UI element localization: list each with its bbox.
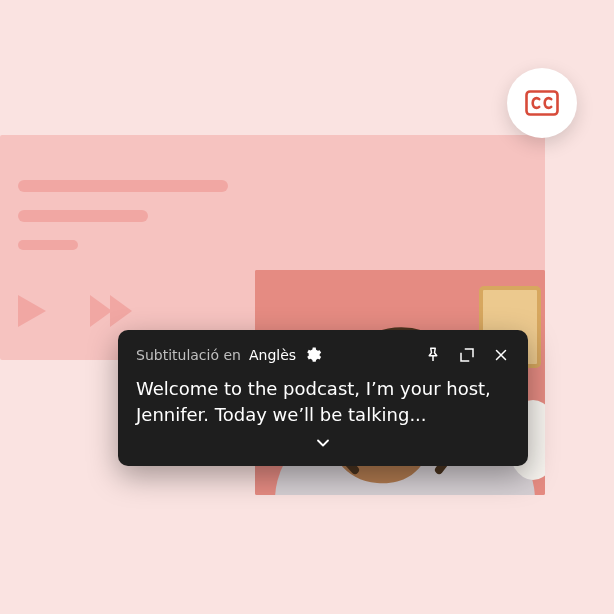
caption-settings-button[interactable] <box>304 346 322 364</box>
caption-close-button[interactable] <box>492 346 510 364</box>
closed-captions-badge[interactable] <box>507 68 577 138</box>
caption-text: Welcome to the podcast, I’m your host, J… <box>136 376 510 428</box>
cc-icon <box>525 90 559 116</box>
chevron-down-icon <box>313 434 333 452</box>
gear-icon <box>304 346 322 364</box>
caption-popout-button[interactable] <box>458 346 476 364</box>
caption-language: Anglès <box>249 347 296 363</box>
caption-pin-button[interactable] <box>424 346 442 364</box>
skeleton-line <box>18 210 148 222</box>
caption-header: Subtitulació en Anglès <box>136 346 510 364</box>
media-player <box>0 135 545 360</box>
caption-panel: Subtitulació en Anglès Welcome to the po… <box>118 330 528 466</box>
caption-label: Subtitulació en <box>136 347 241 363</box>
close-icon <box>492 346 510 364</box>
play-button[interactable] <box>18 295 46 327</box>
caption-expand-button[interactable] <box>136 434 510 456</box>
svg-rect-5 <box>527 92 558 115</box>
popout-icon <box>458 346 476 364</box>
skeleton-line <box>18 240 78 250</box>
pin-icon <box>424 346 442 364</box>
skeleton-line <box>18 180 228 192</box>
fast-forward-button[interactable] <box>90 295 136 327</box>
